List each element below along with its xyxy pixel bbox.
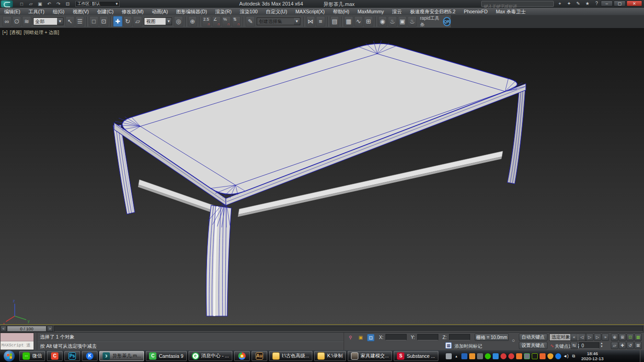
menu-edit[interactable]: 编辑(E): [0, 8, 24, 15]
zoom-all-icon[interactable]: ⊞: [619, 334, 626, 341]
select-and-move-icon[interactable]: ✚: [113, 16, 122, 27]
auto-key-button[interactable]: 自动关键点: [519, 334, 547, 341]
listener-row[interactable]: MAXScript 迷: [0, 341, 34, 350]
browser-e-tray-icon[interactable]: [555, 353, 561, 359]
viewport-shading-menu[interactable]: [明暗处理 + 边面]: [24, 30, 59, 35]
menu-graph-editors[interactable]: 图形编辑器(D): [172, 8, 211, 15]
next-frame-icon[interactable]: ▷: [594, 334, 601, 341]
maximize-viewport-icon[interactable]: ⊠: [634, 342, 642, 349]
render-setup-icon[interactable]: ♨: [388, 16, 397, 27]
pdf-tray-icon[interactable]: [477, 353, 483, 359]
taskbar-kk-pinned[interactable]: K: [82, 351, 98, 361]
orbit-icon[interactable]: ↺: [627, 342, 634, 349]
rectangular-selection-icon[interactable]: □: [89, 16, 98, 27]
reference-coordinate-dropdown[interactable]: 视图▼: [144, 17, 172, 25]
selection-filter-dropdown[interactable]: 全部▼: [33, 17, 63, 25]
snap-toggle-icon[interactable]: 2.5 ∩: [202, 16, 211, 27]
add-time-tag[interactable]: 添加时间标记: [454, 343, 482, 350]
current-frame-field[interactable]: 0: [579, 342, 599, 349]
menu-create[interactable]: 创建(C): [93, 8, 118, 15]
workspace-dropdown[interactable]: 工作区: 默认▾: [75, 1, 120, 7]
360-browser-tray-icon[interactable]: [508, 353, 514, 359]
angle-snap-icon[interactable]: ∠ ∩: [212, 16, 221, 27]
window-crossing-icon[interactable]: ⊡: [99, 16, 109, 27]
menu-maxmummy[interactable]: MaxMummy: [353, 8, 388, 15]
menu-tools[interactable]: 工具(T): [24, 8, 48, 15]
show-desktop-button[interactable]: [640, 350, 644, 362]
taskbar-folder-1[interactable]: I:\古色高级...: [269, 351, 313, 361]
key-mode-toggle-icon[interactable]: ⇆: [570, 342, 578, 349]
undo-icon[interactable]: ↶: [45, 1, 53, 7]
viewport-general-menu[interactable]: [+]: [2, 30, 7, 35]
menu-group[interactable]: 组(G): [48, 8, 69, 15]
help-icon[interactable]: ?: [593, 0, 600, 7]
bind-to-spacewarp-icon[interactable]: ≋: [22, 16, 31, 27]
schematic-view-icon[interactable]: ⊞: [364, 16, 373, 27]
menu-customize[interactable]: 自定义(U): [262, 8, 291, 15]
time-slider-handle[interactable]: 0 / 100: [7, 326, 46, 332]
favorites-star-icon[interactable]: ★: [584, 0, 591, 7]
zoom-extents-icon[interactable]: ⊡: [627, 334, 634, 341]
x-field[interactable]: [385, 334, 407, 340]
use-pivot-center-icon[interactable]: ◎: [174, 16, 183, 27]
pan-view-icon[interactable]: ✚: [619, 342, 626, 349]
table-model[interactable]: x y z: [0, 28, 644, 324]
previous-frame-icon[interactable]: ◁: [578, 334, 586, 341]
menu-rendering[interactable]: 渲染(R): [211, 8, 236, 15]
curve-editor-icon[interactable]: ∿: [354, 16, 363, 27]
search-icon[interactable]: ⌖: [557, 0, 563, 7]
taskbar-chrome-pinned[interactable]: [234, 351, 250, 361]
menu-maxscript[interactable]: MAXScript(X): [291, 8, 329, 15]
isolate-selection-icon[interactable]: ⚲: [347, 334, 354, 341]
go-to-start-icon[interactable]: «: [570, 334, 578, 341]
taskbar-folder-2[interactable]: K:\录制: [314, 351, 346, 361]
start-button[interactable]: [4, 351, 15, 362]
select-by-name-icon[interactable]: ☰: [75, 16, 85, 27]
frame-spinner[interactable]: ▲▼: [600, 342, 603, 348]
zoom-extents-all-icon[interactable]: ▦: [634, 334, 642, 341]
select-and-manipulate-icon[interactable]: ⊕: [188, 16, 197, 27]
menu-help[interactable]: 帮助(H): [329, 8, 354, 15]
keyboard-tray-icon[interactable]: [446, 353, 452, 359]
taskbar-substance-window[interactable]: S Substance ...: [394, 351, 438, 361]
percent-snap-icon[interactable]: % ∩: [222, 16, 231, 27]
selection-lock-icon[interactable]: ▣: [357, 334, 364, 341]
play-animation-icon[interactable]: ▷: [586, 334, 593, 341]
usb-tray-icon[interactable]: [469, 353, 475, 359]
keyboard-override-icon[interactable]: ✎: [246, 16, 255, 27]
next-frame-button[interactable]: >: [47, 326, 53, 332]
taskbar-3dsmax-window[interactable]: ϶ 异形茶几.m...: [99, 351, 144, 361]
network-tray-icon[interactable]: ⧉: [571, 353, 577, 359]
menu-animation[interactable]: 动画(A): [148, 8, 172, 15]
help-search-box[interactable]: [481, 1, 554, 7]
unlink-selection-icon[interactable]: ∅: [12, 16, 22, 27]
save-file-icon[interactable]: ▣: [36, 1, 44, 7]
select-object-icon[interactable]: ↖: [65, 16, 75, 27]
phone-link-tray-icon[interactable]: [493, 353, 499, 359]
mirror-icon[interactable]: ⋈: [306, 16, 316, 27]
snipping-tray-icon[interactable]: [516, 353, 522, 359]
select-and-scale-icon[interactable]: ▱: [133, 16, 142, 27]
usb-safe-remove-tray-icon[interactable]: [524, 353, 530, 359]
menu-render100[interactable]: 渲染100: [236, 8, 262, 15]
taskbar-camtasia-pinned[interactable]: C: [47, 351, 63, 361]
close-button[interactable]: ✕: [627, 0, 642, 6]
menu-modifiers[interactable]: 修改器(M): [118, 8, 148, 15]
security-shield-tray-icon[interactable]: [547, 353, 553, 359]
360-safe-tray-icon[interactable]: [500, 353, 506, 359]
zoom-icon[interactable]: ⊕: [611, 334, 618, 341]
screen-record-tray-icon[interactable]: [540, 353, 546, 359]
menu-phoenixfd[interactable]: PhoenixFD: [460, 8, 492, 15]
viewport-pov-menu[interactable]: [透视]: [10, 30, 22, 35]
macro-recorder-row[interactable]: [0, 333, 34, 341]
redo-icon[interactable]: ↷: [54, 1, 63, 7]
go-to-end-icon[interactable]: »: [602, 334, 609, 341]
wechat-tray-icon[interactable]: [485, 353, 491, 359]
project-folder-icon[interactable]: ⊟: [63, 1, 72, 7]
taskbar-message-center-window[interactable]: e 消息中心 - ...: [189, 351, 232, 361]
perspective-viewport[interactable]: x y z [+] [透视] [明暗处理 + 边面]: [0, 28, 644, 325]
signin-pen-icon[interactable]: ✎: [575, 0, 581, 7]
taskbar-camtasia9-window[interactable]: C Camtasia 9: [146, 351, 186, 361]
volume-tray-icon[interactable]: ◄): [563, 353, 569, 359]
rendered-frame-icon[interactable]: ▣: [398, 16, 407, 27]
